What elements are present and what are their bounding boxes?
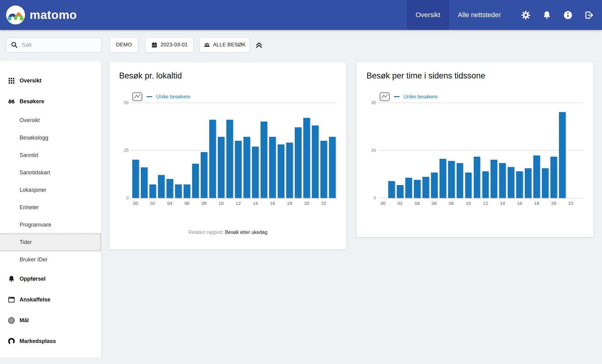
sidebar-item-bruker-ider[interactable]: Bruker IDer: [0, 251, 101, 268]
bar-hour-12[interactable]: [482, 171, 489, 198]
sidebar-item-oppforsel[interactable]: Oppførsel: [0, 268, 101, 289]
legend-label[interactable]: Unike besøkere: [156, 94, 190, 100]
bar-hour-15[interactable]: [508, 167, 514, 198]
sidebar-item-mal[interactable]: Mål: [0, 310, 101, 331]
bar-slot: [234, 103, 243, 198]
logout-button[interactable]: [578, 10, 600, 20]
bar-hour-10[interactable]: [465, 173, 472, 198]
sidebar-item-enheter[interactable]: Enheter: [0, 199, 101, 216]
search-input[interactable]: [21, 41, 97, 49]
chevron-double-up-icon[interactable]: [255, 41, 263, 49]
sidebar-item-lokasjoner[interactable]: Lokasjoner: [0, 181, 101, 199]
nav-tab-alle-nettsteder[interactable]: Alle nettsteder: [449, 0, 510, 30]
x-axis-label: [191, 201, 200, 206]
bar-hour-13[interactable]: [243, 137, 250, 198]
bar-hour-05[interactable]: [422, 177, 429, 198]
x-axis-label: [208, 201, 217, 206]
site-selector-label: DEMO: [116, 42, 132, 48]
bar-hour-03[interactable]: [158, 175, 165, 198]
related-report: Relatert rapport: Besøk etter ukedag: [119, 230, 337, 235]
bar-hour-03[interactable]: [405, 178, 412, 198]
bar-hour-18[interactable]: [286, 143, 293, 198]
sidebar-item-markedsplass[interactable]: Markedsplass: [0, 331, 101, 351]
bar-hour-06[interactable]: [431, 173, 438, 198]
x-axis-label: 12: [481, 201, 490, 206]
bar-hour-07[interactable]: [192, 164, 199, 198]
navbar-tabs: OversiktAlle nettsteder: [407, 0, 510, 30]
bar-slot: [481, 103, 490, 198]
bar-slot: [532, 103, 541, 198]
chart-type-icon[interactable]: [132, 92, 143, 101]
bar-slot: [498, 103, 507, 198]
bar-hour-17[interactable]: [525, 168, 531, 198]
date-range-button[interactable]: 2023-03-01: [145, 37, 193, 53]
bar-hour-16[interactable]: [516, 171, 523, 198]
bar-hour-04[interactable]: [166, 179, 173, 198]
bar-hour-06[interactable]: [184, 184, 190, 198]
sidebar-item-oversikt[interactable]: Oversikt: [0, 70, 101, 91]
bar-hour-04[interactable]: [414, 180, 421, 198]
settings-button[interactable]: [515, 10, 536, 20]
bar-slot: [183, 103, 191, 198]
bar-hour-02[interactable]: [149, 184, 156, 198]
x-axis-label: 20: [302, 201, 311, 206]
sidebar-item-tider[interactable]: Tider: [0, 234, 101, 251]
related-report-link[interactable]: Besøk etter ukedag: [225, 230, 268, 235]
sidebar-item-besokslogg[interactable]: Besøkslogg: [0, 129, 101, 147]
x-axis-label: 14: [498, 201, 507, 206]
bar-hour-08[interactable]: [201, 152, 207, 198]
bar-hour-05[interactable]: [175, 184, 182, 198]
chart-type-icon[interactable]: [379, 92, 390, 101]
notifications-button[interactable]: [536, 10, 557, 20]
bar-hour-13[interactable]: [491, 160, 497, 198]
sidebar-item-sanntidskart[interactable]: Sanntidskart: [0, 164, 101, 181]
related-report-prefix: Relatert rapport:: [188, 230, 224, 235]
bar-hour-20[interactable]: [303, 118, 310, 198]
bar-hour-16[interactable]: [269, 137, 276, 198]
x-axis-label: 00: [131, 201, 140, 206]
bar-hour-17[interactable]: [278, 144, 284, 198]
bar-hour-21[interactable]: [559, 112, 566, 198]
bar-hour-11[interactable]: [474, 157, 480, 198]
help-button[interactable]: [557, 10, 578, 20]
segment-selector-button[interactable]: ALLE BESØK: [200, 37, 250, 53]
bar-hour-14[interactable]: [499, 163, 506, 198]
bar-hour-07[interactable]: [440, 159, 446, 198]
bar-hour-00[interactable]: [132, 160, 139, 198]
x-axis-label: [507, 201, 515, 206]
bar-hour-19[interactable]: [542, 168, 549, 198]
sidebar-item-label: Programvare: [20, 222, 51, 228]
bar-hour-19[interactable]: [295, 127, 301, 198]
bar-hour-15[interactable]: [261, 122, 267, 198]
bar-hour-22[interactable]: [320, 141, 327, 198]
bar-hour-23[interactable]: [329, 137, 336, 198]
sidebar-item-anskaffelse[interactable]: Anskaffelse: [0, 289, 101, 310]
x-axis-label: [472, 201, 481, 206]
bar-hour-02[interactable]: [397, 185, 403, 198]
legend-label[interactable]: Unike besøkere: [403, 94, 438, 100]
matomo-logo[interactable]: matomo: [6, 5, 77, 24]
bar-hour-09[interactable]: [209, 120, 216, 198]
bar-hour-01[interactable]: [141, 167, 148, 198]
bar-hour-10[interactable]: [218, 137, 224, 198]
sidebar-item-besokere[interactable]: Besøkere: [0, 91, 101, 112]
site-selector-button[interactable]: DEMO: [110, 37, 138, 53]
bar-hour-18[interactable]: [533, 155, 540, 198]
bar-hour-09[interactable]: [457, 163, 463, 198]
bar-hour-14[interactable]: [252, 147, 259, 198]
bar-hour-01[interactable]: [388, 181, 395, 198]
sidebar-item-programvare[interactable]: Programvare: [0, 216, 101, 234]
bar-hour-08[interactable]: [448, 161, 455, 198]
bar-hour-21[interactable]: [312, 126, 319, 198]
bar-hour-20[interactable]: [550, 157, 557, 198]
y-axis-tick-label: 25: [124, 148, 129, 153]
sidebar-item-oversikt[interactable]: Oversikt: [0, 112, 101, 129]
y-axis-tick-label: 50: [124, 100, 129, 105]
x-axis-label: 06: [430, 201, 439, 206]
sidebar-item-sanntid[interactable]: Sanntid: [0, 147, 101, 164]
nav-tab-oversikt[interactable]: Oversikt: [407, 0, 449, 30]
y-axis-tick-label: 0: [126, 195, 129, 200]
bell-icon: [542, 10, 552, 20]
bar-hour-12[interactable]: [235, 141, 242, 198]
bar-hour-11[interactable]: [226, 120, 233, 198]
